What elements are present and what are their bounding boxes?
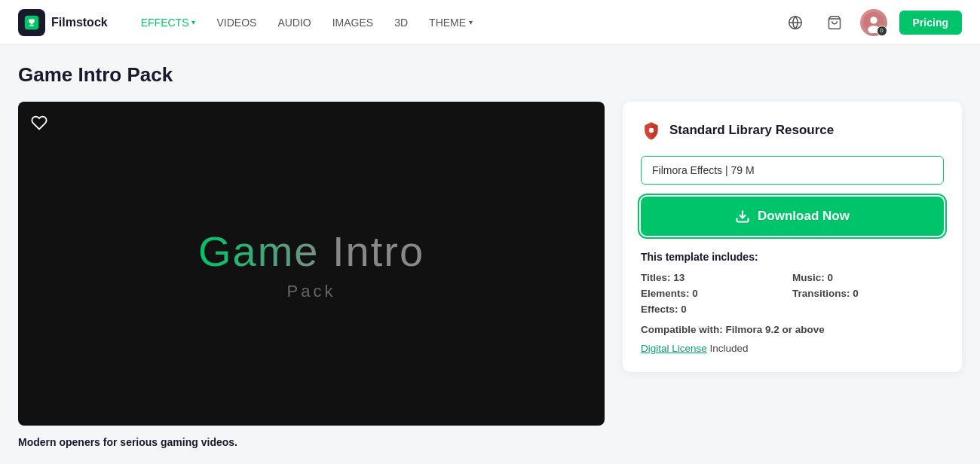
template-includes-title: This template includes:: [641, 251, 944, 263]
video-content: Game Intro Pack: [18, 102, 605, 426]
license-info: Digital License Included: [641, 343, 944, 354]
file-info-box: Filmora Effects | 79 M: [641, 156, 944, 185]
nav-videos[interactable]: VIDEOS: [207, 11, 265, 35]
download-label: Download Now: [758, 209, 850, 224]
video-panel: Game Intro Pack: [18, 102, 605, 426]
main-nav: EFFECTS ▾ VIDEOS AUDIO IMAGES 3D THEME ▾: [132, 11, 782, 35]
favorite-button[interactable]: [29, 112, 50, 133]
titles-stat: Titles: 13: [641, 272, 792, 283]
effects-stat: Effects: 0: [641, 304, 792, 315]
sidebar-panel: Standard Library Resource Filmora Effect…: [623, 102, 962, 372]
download-button[interactable]: Download Now: [641, 197, 944, 236]
license-suffix: Included: [710, 343, 749, 354]
nav-theme[interactable]: THEME ▾: [420, 11, 482, 35]
svg-point-5: [870, 17, 877, 23]
user-avatar[interactable]: 0: [860, 9, 887, 36]
header-actions: 0 Pricing: [782, 9, 962, 36]
template-grid: Titles: 13 Music: 0 Elements: 0 Transiti…: [641, 272, 944, 315]
standard-library-header: Standard Library Resource: [641, 120, 944, 141]
shield-icon: [641, 120, 662, 141]
logo-text: Filmstock: [51, 16, 108, 29]
logo-icon: [18, 9, 45, 36]
header: Filmstock EFFECTS ▾ VIDEOS AUDIO IMAGES …: [0, 0, 980, 45]
page-subtitle: Modern openers for serious gaming videos…: [18, 426, 962, 451]
nav-3d[interactable]: 3D: [385, 11, 417, 35]
chevron-down-icon: ▾: [469, 18, 473, 26]
main-layout: Game Intro Pack Standard Library Resourc…: [18, 102, 962, 426]
pricing-button[interactable]: Pricing: [899, 11, 962, 35]
transitions-stat: Transitions: 0: [792, 288, 944, 299]
logo-area[interactable]: Filmstock: [18, 9, 108, 36]
svg-point-7: [649, 128, 654, 133]
page-title: Game Intro Pack: [18, 63, 962, 87]
nav-images[interactable]: IMAGES: [323, 11, 382, 35]
standard-library-title: Standard Library Resource: [669, 123, 834, 138]
video-title-sub: Pack: [287, 282, 336, 301]
music-stat: Music: 0: [792, 272, 944, 283]
digital-license-link[interactable]: Digital License: [641, 343, 707, 354]
video-title-main: Game Intro: [198, 227, 424, 276]
cart-icon[interactable]: [821, 9, 848, 36]
svg-rect-1: [29, 24, 34, 26]
elements-stat: Elements: 0: [641, 288, 792, 299]
chevron-down-icon: ▾: [191, 18, 195, 26]
globe-icon[interactable]: [782, 9, 809, 36]
compatibility-info: Compatible with: Filmora 9.2 or above: [641, 324, 944, 335]
notification-badge: 0: [877, 26, 887, 36]
nav-effects[interactable]: EFFECTS ▾: [132, 11, 205, 35]
page-content: Game Intro Pack Game Intro Pack: [0, 45, 980, 451]
nav-audio[interactable]: AUDIO: [268, 11, 320, 35]
